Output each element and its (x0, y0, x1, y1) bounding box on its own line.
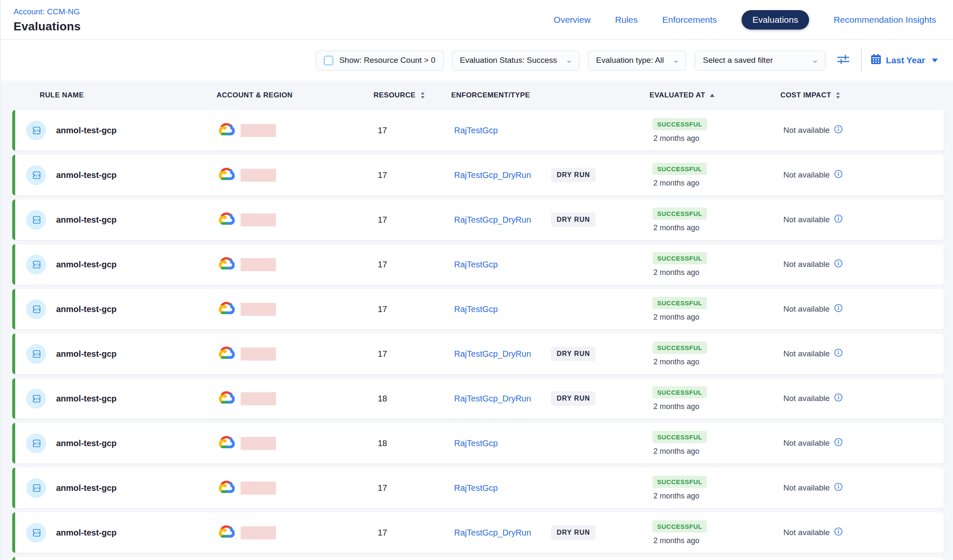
saved-filter-dropdown[interactable]: Select a saved filter ⌄ (695, 51, 826, 70)
gcp-logo-icon (219, 168, 235, 183)
info-circle-icon[interactable] (834, 527, 843, 538)
rule-name-cell: </> anmol-test-gcp (15, 165, 209, 185)
account-name-redacted (241, 437, 276, 450)
nav-tabs: Overview Rules Enforcements Evaluations … (554, 10, 936, 30)
column-header-enforcement-type[interactable]: ENFORCEMENT/TYPE (426, 91, 650, 100)
tab-recommendation-insights[interactable]: Recommendation Insights (834, 15, 936, 25)
cost-impact-text: Not available (783, 349, 830, 358)
column-header-evaluated-at[interactable]: EVALUATED AT (650, 91, 780, 100)
tab-rules[interactable]: Rules (615, 15, 638, 25)
info-circle-icon[interactable] (834, 482, 843, 493)
sort-icon[interactable] (835, 91, 841, 100)
dry-run-badge: DRY RUN (551, 347, 596, 361)
svg-text:</>: </> (34, 486, 40, 490)
evaluation-type-value: Evaluation type: All (596, 56, 664, 65)
resource-count-filter[interactable]: Show: Resource Count > 0 (316, 51, 444, 70)
account-region-cell (209, 123, 336, 138)
enforcement-link[interactable]: RajTestGcp (454, 439, 498, 448)
enforcement-cell: RajTestGcp_DryRun DRY RUN (429, 349, 652, 359)
info-circle-icon[interactable] (834, 214, 843, 225)
date-range-picker[interactable]: Last Year (870, 54, 942, 67)
table-row[interactable]: </> anmol-test-gcp 17 RajTestGcp_DryRun … (12, 155, 944, 195)
account-region-cell (209, 213, 336, 227)
account-region-cell (209, 347, 336, 361)
calendar-icon (870, 54, 882, 67)
sort-icon[interactable] (420, 91, 425, 100)
enforcement-link[interactable]: RajTestGcp_DryRun (454, 215, 531, 225)
info-circle-icon[interactable] (834, 438, 843, 449)
table-row[interactable]: </> anmol-test-gcp 18 RajTestGcp SUCCESS… (12, 423, 944, 463)
rule-name: anmol-test-gcp (56, 483, 116, 493)
evaluated-time: 2 months ago (652, 402, 699, 411)
rule-icon: </> (26, 210, 46, 230)
resource-count: 17 (336, 260, 429, 269)
evaluated-time: 2 months ago (652, 313, 699, 322)
info-circle-icon[interactable] (834, 348, 843, 359)
evaluated-time: 2 months ago (652, 268, 699, 277)
evaluated-at-cell: SUCCESSFUL 2 months ago (652, 118, 783, 143)
evaluations-table: RULE NAME ACCOUNT & REGION RESOURCE ENFO… (1, 81, 953, 560)
column-header-resource[interactable]: RESOURCE (333, 91, 426, 100)
cost-impact-cell: Not available (783, 482, 944, 493)
enforcement-link[interactable]: RajTestGcp_DryRun (454, 349, 531, 359)
column-header-cost-impact[interactable]: COST IMPACT (780, 91, 944, 100)
enforcement-link[interactable]: RajTestGcp (454, 483, 498, 493)
account-name-redacted (241, 124, 276, 137)
resource-count: 17 (336, 215, 429, 225)
table-row[interactable]: </> anmol-test-gcp 17 RajTestGcp SUCCESS… (12, 244, 944, 285)
column-header-rule-name[interactable]: RULE NAME (12, 91, 206, 100)
enforcement-link[interactable]: RajTestGcp (454, 126, 498, 135)
enforcement-link[interactable]: RajTestGcp_DryRun (454, 394, 531, 404)
table-row-partial[interactable] (12, 557, 944, 560)
enforcement-link[interactable]: RajTestGcp (454, 304, 498, 314)
resource-count: 18 (336, 439, 429, 448)
rule-name-cell: </> anmol-test-gcp (15, 210, 209, 230)
info-circle-icon[interactable] (834, 304, 843, 315)
column-header-account-region[interactable]: ACCOUNT & REGION (206, 91, 333, 100)
info-circle-icon[interactable] (834, 125, 843, 136)
evaluation-type-dropdown[interactable]: Evaluation type: All ⌄ (588, 51, 686, 70)
rule-name: anmol-test-gcp (56, 394, 116, 404)
rule-name: anmol-test-gcp (56, 528, 116, 538)
table-row[interactable]: </> anmol-test-gcp 17 RajTestGcp_DryRun … (12, 334, 944, 374)
cost-impact-cell: Not available (783, 214, 944, 225)
chevron-down-icon: ⌄ (672, 57, 680, 64)
table-row[interactable]: </> anmol-test-gcp 17 RajTestGcp_DryRun … (12, 199, 944, 240)
table-row[interactable]: </> anmol-test-gcp 17 RajTestGcp SUCCESS… (12, 289, 944, 329)
table-row[interactable]: </> anmol-test-gcp 17 RajTestGcp SUCCESS… (12, 468, 944, 508)
sort-ascending-icon[interactable] (709, 93, 715, 97)
rule-name-cell: </> anmol-test-gcp (15, 299, 209, 319)
resource-count-checkbox[interactable] (324, 56, 333, 65)
chevron-down-icon: ⌄ (565, 57, 573, 64)
account-region-cell (209, 391, 336, 406)
table-row[interactable]: </> anmol-test-gcp 18 RajTestGcp_DryRun … (12, 378, 944, 419)
rule-icon: </> (26, 299, 46, 319)
account-breadcrumb[interactable]: Account: CCM-NG (14, 7, 81, 16)
rule-name-cell: </> anmol-test-gcp (15, 121, 209, 140)
tab-enforcements[interactable]: Enforcements (662, 15, 717, 25)
info-circle-icon[interactable] (834, 259, 843, 270)
status-badge: SUCCESSFUL (652, 297, 707, 309)
evaluation-status-dropdown[interactable]: Evaluation Status: Success ⌄ (452, 51, 580, 70)
dry-run-badge: DRY RUN (551, 525, 596, 540)
filter-settings-button[interactable] (834, 51, 853, 70)
info-circle-icon[interactable] (834, 170, 843, 180)
evaluated-time: 2 months ago (652, 536, 699, 545)
tab-overview[interactable]: Overview (554, 15, 591, 25)
info-circle-icon[interactable] (834, 393, 843, 404)
table-row[interactable]: </> anmol-test-gcp 17 RajTestGcp_DryRun … (12, 512, 944, 553)
table-header-row: RULE NAME ACCOUNT & REGION RESOURCE ENFO… (12, 81, 944, 110)
rule-name-cell: </> anmol-test-gcp (15, 389, 209, 409)
svg-text:</>: </> (34, 396, 40, 401)
evaluated-at-cell: SUCCESSFUL 2 months ago (652, 342, 783, 366)
tab-evaluations[interactable]: Evaluations (742, 10, 810, 30)
page-title: Evaluations (14, 20, 81, 33)
evaluated-at-cell: SUCCESSFUL 2 months ago (652, 297, 783, 322)
svg-text:</>: </> (34, 218, 40, 222)
enforcement-link[interactable]: RajTestGcp_DryRun (454, 170, 531, 180)
table-row[interactable]: </> anmol-test-gcp 17 RajTestGcp SUCCESS… (12, 110, 944, 151)
caret-down-icon (932, 59, 938, 62)
cost-impact-text: Not available (783, 170, 830, 180)
enforcement-link[interactable]: RajTestGcp (454, 260, 498, 269)
enforcement-link[interactable]: RajTestGcp_DryRun (454, 528, 531, 538)
